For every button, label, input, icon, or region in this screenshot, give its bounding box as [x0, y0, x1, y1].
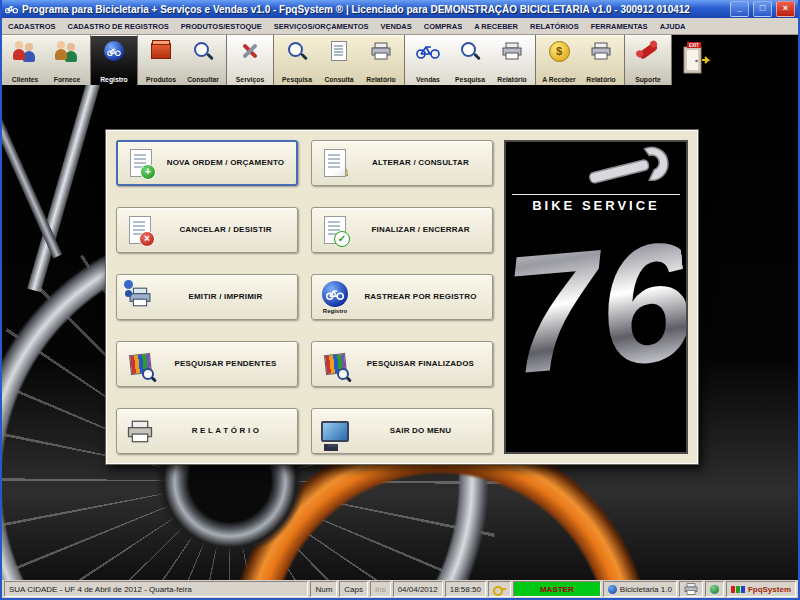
suppliers-people-icon — [55, 40, 79, 62]
toolbar-a-receber[interactable]: A Receber — [538, 36, 580, 84]
status-date: 04/04/2012 — [393, 581, 443, 597]
toolbar-label: Pesquisa — [282, 76, 312, 83]
exit-door-icon[interactable]: EXIT — [682, 41, 712, 79]
status-key-segment — [488, 581, 511, 597]
cancelar-desistir-button[interactable]: × CANCELAR / DESISTIR — [116, 207, 298, 253]
rastrear-registro-button[interactable]: Registro RASTREAR POR REGISTRO — [311, 274, 493, 320]
menu-bar: CADASTROS CADASTRO DE REGISTROS PRODUTOS… — [2, 18, 798, 35]
pesquisar-pendentes-button[interactable]: PESQUISAR PENDENTES — [116, 341, 298, 387]
service-buttons-grid: + NOVA ORDEM / ORÇAMENTO ALTERAR / CONSU… — [116, 140, 494, 454]
toolbar-servicos[interactable]: Serviços — [229, 36, 271, 84]
toolbar-suporte[interactable]: Suporte — [627, 36, 669, 84]
phone-icon — [638, 42, 659, 60]
sair-do-menu-button[interactable]: SAIR DO MENU — [311, 408, 493, 454]
toolbar-group-orcamentos: Pesquisa Consulta Relatório — [274, 35, 405, 85]
fpqsystem-icon — [731, 586, 745, 593]
pesquisar-finalizados-button[interactable]: PESQUISAR FINALIZADOS — [311, 341, 493, 387]
toolbar-relatorio-areceber[interactable]: Relatório — [580, 36, 622, 84]
toolbar-consultar[interactable]: Consultar — [182, 36, 224, 84]
printer-icon — [591, 38, 611, 64]
status-globe-segment[interactable] — [705, 581, 724, 597]
menu-compras[interactable]: COMPRAS — [418, 22, 468, 31]
toolbar-label: Registro — [100, 76, 128, 83]
minimize-button[interactable]: _ — [730, 1, 749, 17]
button-label: FINALIZAR / ENCERRAR — [356, 225, 485, 235]
toolbar-label: A Receber — [542, 76, 575, 83]
new-order-icon: + — [125, 144, 157, 182]
status-time: 18:58:50 — [445, 581, 486, 597]
emitir-imprimir-button[interactable]: EMITIR / IMPRIMIR — [116, 274, 298, 320]
status-printer-segment[interactable] — [679, 581, 703, 597]
toolbar-label: Serviços — [236, 76, 264, 83]
app-bike-icon — [5, 3, 18, 16]
toolbar-group-produtos: Produtos Consultar — [138, 35, 227, 85]
close-button[interactable]: × — [776, 1, 795, 17]
search-icon — [286, 40, 308, 62]
toolbar-fornecedores[interactable]: Fornece — [46, 36, 88, 84]
menu-cadastros[interactable]: CADASTROS — [2, 22, 62, 31]
printer-icon — [502, 38, 522, 64]
printer-icon — [124, 412, 156, 450]
main-area: + NOVA ORDEM / ORÇAMENTO ALTERAR / CONSU… — [2, 85, 798, 580]
toolbar-filler: EXIT — [672, 35, 798, 85]
toolbar-label: Consulta — [324, 76, 353, 83]
finalizar-encerrar-button[interactable]: ✓ FINALIZAR / ENCERRAR — [311, 207, 493, 253]
toolbar-label: Relatório — [497, 76, 526, 83]
button-label: RASTREAR POR REGISTRO — [356, 292, 485, 302]
menu-ajuda[interactable]: AJUDA — [654, 22, 692, 31]
relatorio-button[interactable]: R E L A T Ó R I O — [116, 408, 298, 454]
toolbar-relatorio-vendas[interactable]: Relatório — [491, 36, 533, 84]
menu-a-receber[interactable]: A RECEBER — [468, 22, 524, 31]
status-insert: Ins — [370, 581, 391, 597]
status-brand: FpqSystem — [726, 581, 796, 597]
menu-ferramentas[interactable]: FERRAMENTAS — [585, 22, 654, 31]
toolbar-group-suporte: Suporte — [625, 35, 672, 85]
menu-cadastro-de-registros[interactable]: CADASTRO DE REGISTROS — [62, 22, 175, 31]
toolbar-group-registro: Registro — [91, 35, 138, 85]
status-bar: SUA CIDADE - UF 4 de Abril de 2012 - Qua… — [2, 580, 798, 598]
menu-relatorios[interactable]: RELATÓRIOS — [524, 22, 585, 31]
toolbar-label: Vendas — [416, 76, 440, 83]
toolbar-clientes[interactable]: Clientes — [4, 36, 46, 84]
button-label: ALTERAR / CONSULTAR — [356, 158, 485, 168]
status-caps-lock: Caps — [339, 581, 368, 597]
finish-check-icon: ✓ — [319, 211, 351, 249]
registro-sphere-icon: Registro — [319, 278, 351, 316]
toolbar-group-areceber: A Receber Relatório — [536, 35, 625, 85]
toolbar-group-vendas: Vendas Pesquisa Relatório — [405, 35, 536, 85]
toolbar-group-cadastros: Clientes Fornece — [2, 35, 91, 85]
tools-icon — [239, 40, 261, 62]
toolbar-vendas[interactable]: Vendas — [407, 36, 449, 84]
bike-icon — [416, 38, 440, 64]
status-user: MASTER — [513, 581, 601, 597]
globe-icon — [710, 585, 719, 594]
toolbar-registro[interactable]: Registro — [93, 36, 135, 84]
toolbar-label: Relatório — [366, 76, 395, 83]
alterar-consultar-button[interactable]: ALTERAR / CONSULTAR — [311, 140, 493, 186]
toolbar-pesquisa-servicos[interactable]: Pesquisa — [276, 36, 318, 84]
toolbar: Clientes Fornece Registro Produtos C — [2, 35, 798, 85]
search-icon — [192, 40, 214, 62]
document-icon — [331, 41, 347, 61]
menu-vendas[interactable]: VENDAS — [375, 22, 418, 31]
menu-servicos-orcamentos[interactable]: SERVIÇOS/ORÇAMENTOS — [268, 22, 375, 31]
button-label: SAIR DO MENU — [356, 426, 485, 436]
search-pencils-icon — [124, 345, 156, 383]
nova-ordem-button[interactable]: + NOVA ORDEM / ORÇAMENTO — [116, 140, 298, 186]
toolbar-consulta-servicos[interactable]: Consulta — [318, 36, 360, 84]
printer-icon — [371, 38, 391, 64]
toolbar-produtos[interactable]: Produtos — [140, 36, 182, 84]
search-icon — [459, 40, 481, 62]
maximize-button[interactable]: □ — [753, 1, 772, 17]
toolbar-pesquisa-vendas[interactable]: Pesquisa — [449, 36, 491, 84]
button-label: R E L A T Ó R I O — [161, 426, 290, 436]
computer-monitor-icon — [319, 412, 351, 450]
print-person-icon — [124, 278, 156, 316]
button-label: NOVA ORDEM / ORÇAMENTO — [162, 158, 289, 168]
menu-produtos-estoque[interactable]: PRODUTOS/ESTOQUE — [175, 22, 268, 31]
button-label: PESQUISAR FINALIZADOS — [356, 359, 485, 369]
button-label: EMITIR / IMPRIMIR — [161, 292, 290, 302]
toolbar-label: Produtos — [146, 76, 176, 83]
toolbar-relatorio-servicos[interactable]: Relatório — [360, 36, 402, 84]
toolbar-label: Fornece — [54, 76, 80, 83]
